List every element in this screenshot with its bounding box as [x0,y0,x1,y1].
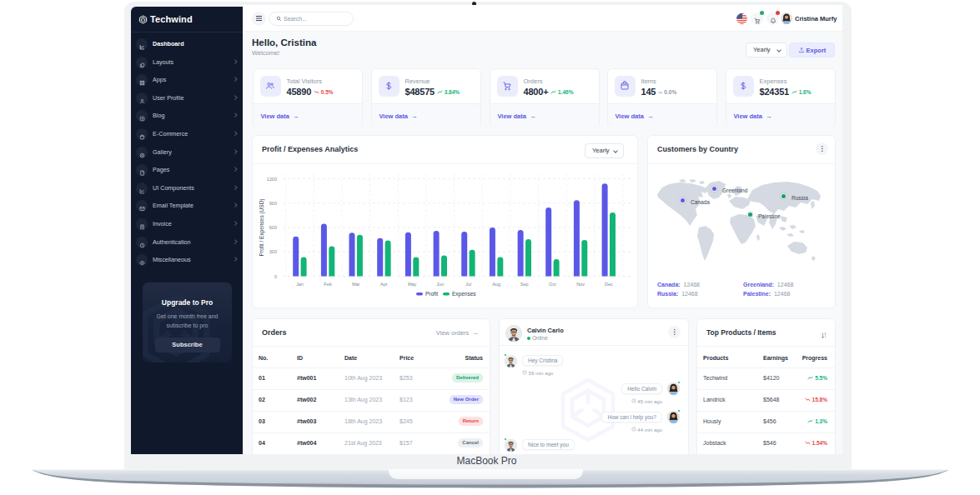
svg-text:0: 0 [274,274,277,279]
svg-text:Jun: Jun [436,282,444,287]
svg-text:Oct: Oct [549,282,556,287]
svg-text:300: 300 [269,249,277,254]
svg-text:Expenses: Expenses [452,291,476,298]
svg-text:900: 900 [269,201,277,206]
svg-text:Aug: Aug [492,282,500,287]
svg-text:Apr: Apr [380,282,388,287]
svg-text:Dec: Dec [605,282,613,287]
svg-text:Jul: Jul [465,282,471,287]
svg-text:Feb: Feb [324,282,331,287]
svg-text:May: May [408,282,417,287]
svg-text:Profit: Profit [425,291,438,297]
svg-text:1200: 1200 [267,177,277,182]
svg-text:Mar: Mar [352,282,360,287]
svg-text:600: 600 [269,225,277,230]
svg-text:Sep: Sep [520,282,529,287]
svg-text:Nov: Nov [576,282,585,287]
svg-text:Profit / Expenses (USD): Profit / Expenses (USD) [259,199,265,257]
svg-text:Jan: Jan [296,282,304,287]
